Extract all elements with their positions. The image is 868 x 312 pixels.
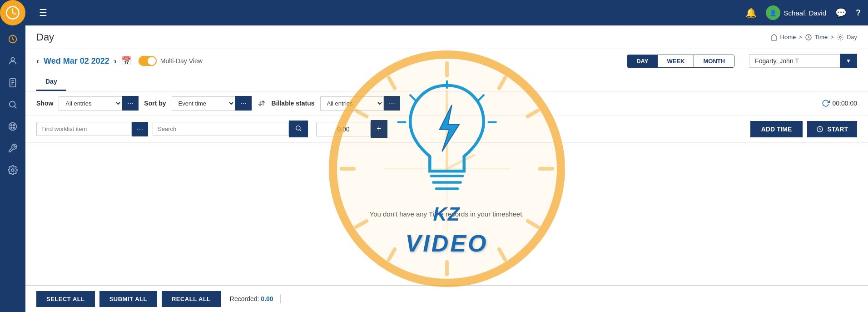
date-navigation: ‹ Wed Mar 02 2022 › 📅 xyxy=(36,56,131,66)
filter-row: Show All entries ⋯ Sort by Event time ⋯ xyxy=(25,91,868,116)
recorded-divider xyxy=(280,294,281,303)
page-title: Day xyxy=(36,31,54,43)
svg-point-9 xyxy=(10,101,15,107)
multi-day-toggle[interactable] xyxy=(139,56,157,66)
svg-line-2 xyxy=(13,13,16,14)
breadcrumb-home[interactable]: Home xyxy=(780,34,796,40)
prev-date-button[interactable]: ‹ xyxy=(36,56,39,66)
sort-direction-icon-wrap xyxy=(257,99,266,108)
left-sidebar xyxy=(0,25,25,312)
sort-filter-select[interactable]: Event time xyxy=(172,96,235,111)
recorded-value: 0.00 xyxy=(261,295,273,302)
chat-icon[interactable]: 💬 xyxy=(835,7,847,18)
time-display: 00:00:00 xyxy=(833,100,858,107)
top-navigation: ☰ 🔔 👤 Schaaf, David 💬 ? xyxy=(0,0,868,25)
calendar-icon[interactable]: 📅 xyxy=(121,56,131,66)
help-icon[interactable]: ? xyxy=(856,8,861,18)
show-filter-select[interactable]: All entries xyxy=(59,96,122,111)
sort-filter-dots-button[interactable]: ⋯ xyxy=(235,96,252,111)
next-date-button[interactable]: › xyxy=(114,56,117,66)
breadcrumb: Home > Time > Day xyxy=(770,34,857,41)
search-input-wrap xyxy=(153,121,308,137)
recall-all-button[interactable]: RECALL ALL xyxy=(162,291,221,307)
sidebar-item-search[interactable] xyxy=(3,95,23,115)
empty-state-message: You don't have any Time records in your … xyxy=(370,210,524,218)
start-button[interactable]: START xyxy=(807,121,857,137)
submit-all-button[interactable]: SUBMIT ALL xyxy=(99,291,157,307)
multi-day-toggle-wrap: Multi-Day View xyxy=(139,56,203,66)
svg-point-11 xyxy=(9,123,17,131)
tab-day[interactable]: Day xyxy=(36,73,66,91)
time-display-wrap: 00:00:00 xyxy=(822,99,858,107)
clock-breadcrumb-icon xyxy=(805,34,812,41)
billable-filter-wrap: All entries ⋯ xyxy=(320,96,400,111)
view-week-button[interactable]: WEEK xyxy=(657,55,694,67)
show-filter-wrap: All entries ⋯ xyxy=(59,96,139,111)
settings-breadcrumb-icon xyxy=(837,34,844,41)
app-logo xyxy=(0,0,25,25)
page-header: Day Home > Time > Day xyxy=(25,25,868,49)
svg-point-13 xyxy=(13,125,15,126)
hours-input[interactable] xyxy=(316,122,371,136)
show-label: Show xyxy=(36,100,53,107)
breadcrumb-current: Day xyxy=(847,34,857,40)
svg-point-16 xyxy=(11,169,14,171)
user-menu[interactable]: 👤 Schaaf, David xyxy=(766,5,826,20)
employee-select-arrow-button[interactable]: ▼ xyxy=(840,54,857,68)
hours-plus-button[interactable]: + xyxy=(371,120,387,138)
worklist-dots-button[interactable]: ⋯ xyxy=(132,122,148,136)
billable-filter-dots-button[interactable]: ⋯ xyxy=(384,96,400,111)
sidebar-item-settings[interactable] xyxy=(3,160,23,180)
worklist-input-wrap: ⋯ xyxy=(36,122,148,136)
user-name: Schaaf, David xyxy=(784,9,826,17)
home-icon xyxy=(770,34,778,41)
sort-label: Sort by xyxy=(144,100,166,107)
breadcrumb-time[interactable]: Time xyxy=(815,34,828,40)
svg-point-21 xyxy=(296,126,300,130)
employee-selector-wrap: Fogarty, John T ▼ xyxy=(749,54,857,68)
show-filter-dots-button[interactable]: ⋯ xyxy=(122,96,139,111)
current-date: Wed Mar 02 2022 xyxy=(44,56,109,66)
svg-point-18 xyxy=(839,36,841,38)
multi-day-label: Multi-Day View xyxy=(160,57,203,65)
sidebar-item-document[interactable] xyxy=(3,73,23,93)
sidebar-item-wrench[interactable] xyxy=(3,138,23,158)
add-time-button[interactable]: ADD TIME xyxy=(750,121,803,137)
hamburger-menu[interactable]: ☰ xyxy=(39,7,47,18)
avatar: 👤 xyxy=(766,5,780,20)
tabs-row: Day xyxy=(25,73,868,91)
worklist-input[interactable] xyxy=(36,122,132,136)
date-nav-row: ‹ Wed Mar 02 2022 › 📅 Multi-Day View DAY… xyxy=(25,49,868,73)
svg-line-22 xyxy=(300,130,301,131)
view-buttons-group: DAY WEEK MONTH xyxy=(627,55,734,68)
refresh-icon[interactable] xyxy=(822,99,830,107)
hours-input-wrap: + xyxy=(316,120,387,138)
hamburger-icon[interactable]: ☰ xyxy=(39,8,47,18)
svg-point-14 xyxy=(11,127,12,128)
svg-point-15 xyxy=(13,127,15,128)
sort-filter-wrap: Event time ⋯ xyxy=(172,96,252,111)
start-clock-icon xyxy=(816,126,823,133)
search-icon xyxy=(295,125,302,132)
sort-direction-icon[interactable] xyxy=(257,99,266,108)
billable-label: Billable status xyxy=(272,100,315,107)
svg-line-10 xyxy=(15,106,16,108)
empty-state: You don't have any Time records in your … xyxy=(25,143,868,285)
notification-bell-icon[interactable]: 🔔 xyxy=(745,7,757,18)
billable-filter-select[interactable]: All entries xyxy=(320,96,384,111)
sidebar-item-person[interactable] xyxy=(3,51,23,71)
sidebar-item-clock[interactable] xyxy=(3,29,23,49)
employee-select[interactable]: Fogarty, John T xyxy=(749,54,840,68)
sidebar-item-palette[interactable] xyxy=(3,116,23,136)
entry-row: ⋯ + ADD TIME START xyxy=(25,116,868,143)
view-day-button[interactable]: DAY xyxy=(627,55,657,67)
svg-point-4 xyxy=(11,58,14,61)
bottom-bar: SELECT ALL SUBMIT ALL RECALL ALL Recorde… xyxy=(25,285,868,312)
recorded-label: Recorded: 0.00 xyxy=(230,295,273,302)
svg-point-12 xyxy=(11,125,12,126)
search-button[interactable] xyxy=(289,121,308,137)
avatar-icon: 👤 xyxy=(769,10,777,16)
select-all-button[interactable]: SELECT ALL xyxy=(36,291,95,307)
view-month-button[interactable]: MONTH xyxy=(694,55,734,67)
search-input[interactable] xyxy=(153,122,289,136)
